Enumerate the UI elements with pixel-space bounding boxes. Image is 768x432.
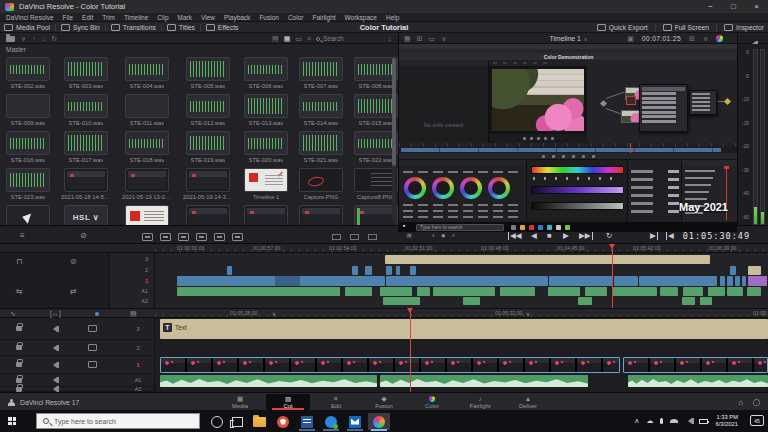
timeline-view-option-icon[interactable]	[368, 234, 377, 240]
ruler-chevron-icon[interactable]: ∨	[272, 311, 276, 317]
loop-icon[interactable]: ↻	[606, 231, 612, 240]
clip-segment[interactable]	[660, 287, 678, 296]
media-clip[interactable]: STE-004.wav	[122, 57, 172, 94]
upper-playhead[interactable]	[612, 244, 613, 308]
toolbar-button-inspector[interactable]: Inspector	[724, 24, 764, 31]
clip-segment[interactable]	[735, 276, 740, 286]
flags-icon[interactable]: ▤	[130, 310, 137, 318]
media-clip[interactable]: STE-013.wav	[244, 94, 288, 131]
clip-segment[interactable]	[683, 287, 703, 296]
ruler-chevron-icon[interactable]: ∨	[526, 311, 530, 317]
clip-segment[interactable]	[748, 266, 761, 275]
refresh-icon[interactable]: ↻	[51, 33, 57, 44]
media-clip[interactable]: Timeline 1	[244, 168, 288, 205]
clip-segment[interactable]	[748, 276, 767, 286]
lower-ruler-scale[interactable]: 01:05:28:0001:05:32:0001:05:36:00∨∨	[155, 309, 768, 317]
clip-segment[interactable]	[613, 287, 657, 296]
media-pool-scrollbar[interactable]	[392, 58, 396, 221]
file-explorer-button[interactable]	[248, 413, 270, 430]
clip-segment[interactable]	[742, 276, 746, 286]
maximize-button[interactable]: □	[722, 0, 745, 13]
media-clip[interactable]	[6, 205, 50, 225]
clip-segment[interactable]	[380, 287, 412, 296]
word-button[interactable]	[296, 413, 318, 430]
media-clip[interactable]: STE-006.wav	[244, 57, 288, 94]
color-wheel-icon[interactable]	[716, 35, 723, 42]
media-clip[interactable]: 2021-05-19 14-31-...	[183, 168, 233, 205]
media-clip[interactable]: STE-010.wav	[61, 94, 111, 131]
trim-range-icon[interactable]: [↔]	[50, 310, 61, 317]
media-thumb-video[interactable]	[186, 168, 230, 192]
clip-segment[interactable]	[385, 255, 710, 264]
media-thumb-video[interactable]	[299, 205, 343, 225]
mute-speaker-icon[interactable]	[50, 362, 57, 368]
cortana-button[interactable]	[206, 413, 228, 430]
clip-segment[interactable]	[177, 287, 340, 296]
lock-icon[interactable]	[16, 345, 22, 350]
lower-playhead[interactable]	[410, 308, 411, 392]
cloud-icon[interactable]: ☁	[646, 417, 653, 425]
media-clip[interactable]: STE-017.wav	[61, 131, 111, 168]
page-tab-edit[interactable]: ≡Edit	[314, 394, 358, 410]
text-clip[interactable]: TText	[160, 319, 768, 339]
lock-icon[interactable]	[16, 326, 22, 331]
settings-gear-icon[interactable]	[753, 399, 760, 406]
import-icon[interactable]: ↑	[32, 33, 36, 44]
audio-clip[interactable]	[160, 375, 377, 387]
filmstrip-view-icon[interactable]: ▭	[295, 33, 302, 44]
track-tool-icon[interactable]: ⊓	[16, 257, 22, 266]
append-icon[interactable]	[160, 233, 171, 241]
media-thumb-blank[interactable]	[125, 94, 169, 118]
prev-edit-button[interactable]: ◀	[666, 231, 674, 240]
audio-clip[interactable]	[380, 375, 588, 387]
media-clip[interactable]: STE-020.wav	[244, 131, 288, 168]
track-header-3[interactable]: 3	[0, 318, 155, 340]
clip-segment[interactable]	[578, 297, 592, 305]
mute-speaker-icon[interactable]	[50, 377, 57, 383]
media-thumb-wave[interactable]	[125, 131, 169, 155]
media-clip[interactable]: STE-016.wav	[6, 131, 50, 168]
media-clip[interactable]: Capture.PNG	[299, 168, 343, 205]
scrollbar-thumb[interactable]	[392, 58, 396, 166]
media-clip[interactable]: STE-005.wav	[183, 57, 233, 94]
media-thumb-pointer[interactable]	[6, 205, 50, 225]
timeline-tools-icon[interactable]: ≡	[20, 231, 25, 240]
media-thumb-wave[interactable]	[186, 131, 230, 155]
media-clip[interactable]: STE-012.wav	[183, 94, 233, 131]
media-thumb-video[interactable]	[244, 205, 288, 225]
menu-item-fusion[interactable]: Fusion	[259, 14, 279, 21]
menu-item-help[interactable]: Help	[386, 14, 399, 21]
media-clip[interactable]: STE-019.wav	[183, 131, 233, 168]
menu-item-mark[interactable]: Mark	[178, 14, 192, 21]
volume-icon[interactable]	[685, 418, 692, 424]
clip-segment[interactable]	[433, 287, 495, 296]
media-thumb-wave[interactable]	[64, 94, 108, 118]
clip-segment[interactable]	[727, 287, 743, 296]
effects-tool-icon[interactable]: ⊘	[70, 257, 77, 266]
clip-segment[interactable]	[365, 266, 372, 275]
clip-segment[interactable]	[396, 266, 400, 275]
media-clip[interactable]: HSL ∨	[61, 205, 111, 225]
export-icon[interactable]: ↓	[42, 33, 46, 44]
bin-icon[interactable]	[6, 36, 15, 42]
source-overwrite-icon[interactable]	[232, 233, 243, 241]
media-clip[interactable]: 2021-05-19 13-09-...	[122, 168, 172, 205]
video-clip[interactable]	[160, 357, 620, 373]
project-manager-icon[interactable]: ⌂	[738, 398, 743, 407]
menu-item-trim[interactable]: Trim	[102, 14, 115, 21]
people-button[interactable]	[320, 413, 342, 430]
jog-dot-icon[interactable]: ●	[441, 231, 446, 240]
media-clip[interactable]: STE-007.wav	[299, 57, 343, 94]
page-tab-fusion[interactable]: ◆Fusion	[362, 394, 406, 410]
toolbar-button-quick-export[interactable]: Quick Export	[597, 24, 648, 31]
timeline-view-option-icon[interactable]	[350, 234, 359, 240]
next-edit-button[interactable]: ▶	[650, 231, 658, 240]
menu-item-edit[interactable]: Edit	[82, 14, 93, 21]
menu-item-color[interactable]: Color	[288, 14, 304, 21]
menu-item-playback[interactable]: Playback	[224, 14, 250, 21]
clip-segment[interactable]	[500, 287, 535, 296]
clip-segment[interactable]	[383, 297, 420, 305]
toolbar-button-transitions[interactable]: Transitions	[111, 24, 156, 31]
split-clip-icon[interactable]: ⊘	[80, 231, 87, 240]
bin-label[interactable]: Master	[6, 46, 26, 53]
